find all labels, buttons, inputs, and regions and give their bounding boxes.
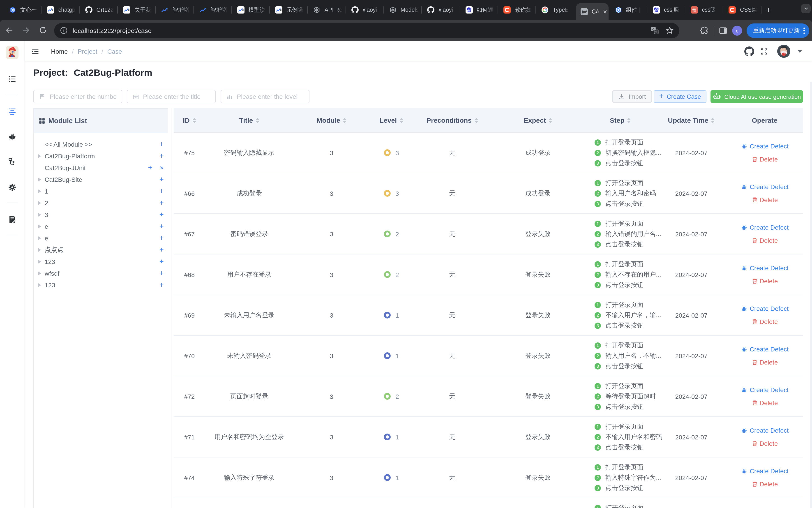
delete-link[interactable]: Delete	[752, 440, 778, 447]
tree-add-icon[interactable]: +	[159, 197, 164, 209]
browser-profile-avatar[interactable]: c	[732, 26, 742, 35]
delete-link[interactable]: Delete	[752, 278, 778, 285]
tree-caret-icon[interactable]	[38, 177, 41, 181]
back-icon[interactable]	[5, 26, 14, 35]
tree-add-icon[interactable]: +	[159, 221, 164, 232]
browser-tab[interactable]: Models	[384, 0, 422, 20]
delete-link[interactable]: Delete	[752, 480, 778, 488]
sort-icon[interactable]	[193, 118, 196, 123]
sort-icon[interactable]	[474, 118, 478, 123]
sidebar-item-case-icon[interactable]	[8, 107, 17, 116]
module-tree-item[interactable]: Cat2Bug-JUnit + ×	[34, 162, 168, 174]
module-tree-item[interactable]: 1 +	[34, 185, 168, 197]
create-defect-link[interactable]: Create Defect	[741, 346, 789, 353]
tree-add-icon[interactable]: +	[159, 256, 164, 267]
tree-caret-icon[interactable]	[38, 224, 41, 228]
tree-add-icon[interactable]: +	[159, 267, 164, 279]
sort-icon[interactable]	[549, 118, 552, 123]
delete-link[interactable]: Delete	[752, 399, 778, 407]
module-tree-item[interactable]: Cat2Bug-Platform +	[34, 150, 168, 162]
sidebar-item-report-icon[interactable]	[8, 215, 17, 224]
module-tree-item[interactable]: 123 +	[34, 279, 168, 291]
panel-splitter[interactable]	[171, 108, 171, 508]
sidebar-item-list-icon[interactable]	[8, 75, 17, 83]
sort-icon[interactable]	[256, 118, 259, 123]
browser-tab[interactable]: css吸	[685, 0, 723, 20]
browser-tab[interactable]: chatgp	[42, 0, 80, 20]
tree-caret-icon[interactable]	[38, 213, 41, 216]
translate-icon[interactable]	[650, 26, 659, 35]
forward-icon[interactable]	[21, 26, 30, 35]
import-button[interactable]: Import	[612, 90, 652, 103]
browser-tab[interactable]: css 吸	[647, 0, 685, 20]
create-defect-link[interactable]: Create Defect	[741, 264, 789, 271]
delete-link[interactable]: Delete	[752, 237, 778, 244]
reload-icon[interactable]	[38, 26, 47, 35]
user-avatar[interactable]	[777, 45, 790, 58]
sidebar-collapse-icon[interactable]	[31, 47, 39, 55]
table-column-header[interactable]: Level	[370, 108, 413, 132]
level-filter-input[interactable]: Please enter the level	[221, 90, 309, 103]
delete-link[interactable]: Delete	[752, 196, 778, 204]
browser-tab[interactable]: CA ×	[576, 3, 608, 20]
sidebar-item-defect-icon[interactable]	[8, 132, 17, 141]
tree-caret-icon[interactable]	[38, 248, 41, 252]
browser-tab[interactable]: 教你如	[498, 0, 536, 20]
tab-close-icon[interactable]: ×	[603, 8, 607, 15]
table-column-header[interactable]: Preconditions	[413, 108, 492, 132]
bookmark-star-icon[interactable]	[666, 26, 674, 35]
delete-link[interactable]: Delete	[752, 156, 778, 163]
sort-icon[interactable]	[343, 118, 347, 123]
browser-tab[interactable]: TypeE	[536, 0, 574, 20]
address-bar[interactable]: localhost:2222/project/case	[54, 23, 679, 38]
browser-tab[interactable]: CSS篇	[723, 0, 762, 20]
tree-add-icon[interactable]: +	[159, 279, 164, 291]
tree-caret-icon[interactable]	[38, 236, 41, 240]
tree-caret-icon[interactable]	[38, 201, 41, 205]
browser-tab[interactable]: 如何通	[460, 0, 498, 20]
user-menu-caret-icon[interactable]	[798, 50, 802, 52]
browser-tab[interactable]: 文心一	[4, 0, 42, 20]
browser-tab[interactable]: 示例场	[270, 0, 308, 20]
module-tree-item[interactable]: e +	[34, 232, 168, 244]
sidebar-item-flow-icon[interactable]	[8, 157, 17, 166]
cloud-ai-button[interactable]: Cloud AI use case generation	[711, 90, 803, 103]
delete-link[interactable]: Delete	[752, 318, 778, 325]
tree-add-icon[interactable]: +	[159, 138, 164, 150]
table-column-header[interactable]: Update Time	[656, 108, 726, 132]
tree-caret-icon[interactable]	[38, 271, 41, 275]
tree-caret-icon[interactable]	[38, 154, 41, 158]
tree-add-icon[interactable]: +	[148, 162, 153, 174]
create-defect-link[interactable]: Create Defect	[741, 224, 789, 231]
browser-menu-icon[interactable]	[803, 27, 805, 34]
module-tree-item[interactable]: 点点点 +	[34, 244, 168, 256]
number-filter-input[interactable]: Please enter the number	[33, 90, 122, 103]
table-column-header[interactable]: Step	[584, 108, 656, 132]
tree-caret-icon[interactable]	[38, 189, 41, 193]
browser-tab[interactable]: API Re	[308, 0, 346, 20]
create-defect-link[interactable]: Create Defect	[741, 305, 789, 312]
fullscreen-icon[interactable]	[760, 47, 769, 56]
sidebar-item-settings-icon[interactable]	[8, 183, 17, 192]
module-tree-item[interactable]: 2 +	[34, 197, 168, 209]
browser-tab[interactable]: 智增增	[156, 0, 194, 20]
browser-tab[interactable]: xiaoyi-	[346, 0, 384, 20]
tree-add-icon[interactable]: +	[159, 150, 164, 162]
app-logo[interactable]	[6, 46, 18, 59]
create-defect-link[interactable]: Create Defect	[741, 142, 789, 150]
new-tab-button[interactable]: +	[766, 5, 771, 14]
delete-link[interactable]: Delete	[752, 359, 778, 366]
table-column-header[interactable]: Module	[293, 108, 370, 132]
browser-tab[interactable]: xiaoyi-	[422, 0, 460, 20]
create-case-button[interactable]: + Create Case	[654, 90, 707, 103]
github-icon[interactable]	[744, 46, 754, 56]
table-column-header[interactable]: Title	[205, 108, 293, 132]
tree-add-icon[interactable]: +	[159, 174, 164, 185]
module-tree-item[interactable]: 123 +	[34, 256, 168, 267]
breadcrumb-project[interactable]: Project	[78, 48, 97, 55]
tree-caret-icon[interactable]	[38, 260, 41, 263]
tab-search-button[interactable]	[801, 4, 811, 13]
browser-tab[interactable]: 模型说	[232, 0, 270, 20]
module-tree-item[interactable]: 3 +	[34, 209, 168, 221]
browser-tab[interactable]: 组件 |	[609, 0, 647, 20]
